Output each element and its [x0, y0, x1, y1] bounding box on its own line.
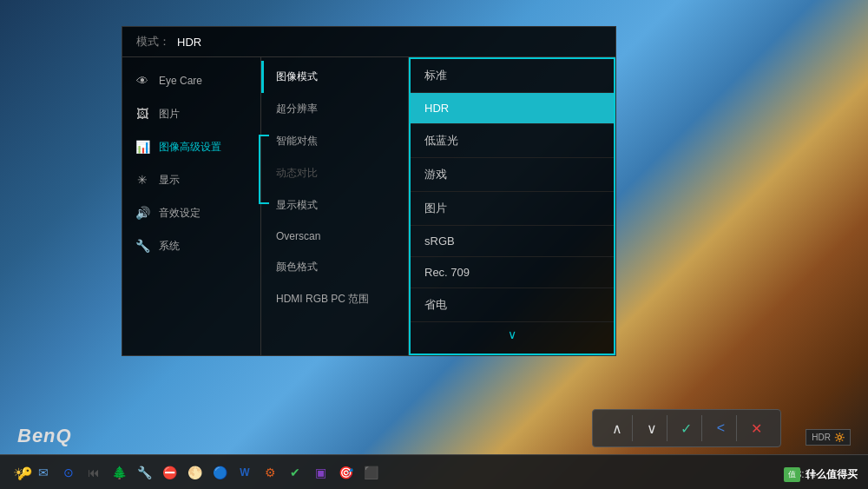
mode-label: 模式： — [136, 34, 170, 50]
key-icon: 🔑 — [17, 466, 32, 480]
system-icon: 🔧 — [133, 238, 152, 254]
dropdown-label-game: 游戏 — [424, 168, 447, 181]
taskbar-icon-monitor[interactable]: 🎯 — [334, 461, 357, 484]
dropdown-label-picture: 图片 — [424, 202, 447, 215]
ctrl-back-button[interactable]: < — [706, 415, 737, 441]
middle-label-hdmi-rgb: HDMI RGB PC 范围 — [276, 293, 369, 305]
sidebar-label-system: 系统 — [159, 239, 180, 254]
ctrl-up-button[interactable]: ∧ — [602, 415, 633, 441]
eye-care-icon: 👁 — [133, 73, 152, 89]
watermark: 值 什么值得买 — [784, 467, 858, 482]
sidebar-item-advanced[interactable]: 📊 图像高级设置 — [122, 130, 260, 163]
middle-label-display-mode: 显示模式 — [276, 199, 318, 211]
middle-item-display-mode[interactable]: 显示模式 — [261, 189, 408, 221]
ctrl-down-button[interactable]: ∨ — [636, 415, 667, 441]
middle-item-dynamic-contrast: 动态对比 — [261, 157, 408, 189]
sidebar-label-eye-care: Eye Care — [159, 75, 202, 87]
middle-item-smart-contrast[interactable]: 智能对焦 — [261, 125, 408, 157]
taskbar-icon-stop[interactable]: ⛔ — [158, 461, 181, 484]
taskbar-icon-mail[interactable]: ✉ — [32, 461, 55, 484]
middle-item-overscan[interactable]: Overscan — [261, 221, 408, 251]
taskbar-icon-blue-circle[interactable]: ⊙ — [57, 461, 80, 484]
sidebar-label-advanced: 图像高级设置 — [159, 140, 221, 155]
osd-body: 👁 Eye Care 🖼 图片 📊 图像高级设置 ✳ 显示 🔊 音效设定 🔧 — [122, 57, 615, 355]
osd-controls: ∧ ∨ ✓ < ✕ — [592, 409, 781, 447]
sidebar-item-audio[interactable]: 🔊 音效设定 — [122, 196, 260, 229]
taskbar-icon-yellow[interactable]: 🌕 — [183, 461, 206, 484]
dropdown-item-low-blue[interactable]: 低蓝光 — [411, 124, 614, 158]
middle-item-color-format[interactable]: 颜色格式 — [261, 251, 408, 283]
dropdown-label-srgb: sRGB — [424, 235, 455, 248]
dropdown-label-rec709: Rec. 709 — [424, 266, 470, 279]
dropdown-item-rec709[interactable]: Rec. 709 — [411, 257, 614, 288]
audio-icon: 🔊 — [133, 205, 152, 221]
middle-label-overscan: Overscan — [276, 230, 320, 242]
sidebar-label-audio: 音效设定 — [159, 206, 201, 221]
middle-item-super-res[interactable]: 超分辨率 — [261, 93, 408, 125]
mode-value: HDR — [177, 36, 201, 49]
taskbar-icon-tree[interactable]: 🌲 — [108, 461, 130, 484]
bracket-indicator — [259, 135, 269, 204]
osd-title-bar: 模式： HDR — [122, 27, 615, 57]
taskbar-icon-wrench[interactable]: 🔧 — [133, 461, 155, 484]
taskbar-icon-purple[interactable]: ▣ — [309, 461, 332, 484]
taskbar-icon-word[interactable]: W — [233, 461, 256, 484]
sidebar-label-picture: 图片 — [159, 107, 180, 122]
sidebar-item-system[interactable]: 🔧 系统 — [122, 229, 260, 262]
osd-menu: 模式： HDR 👁 Eye Care 🖼 图片 📊 图像高级设置 ✳ 显示 — [122, 26, 616, 356]
taskbar-icon-orange[interactable]: ⚙ — [259, 461, 281, 484]
dropdown-more-indicator[interactable]: ∨ — [411, 322, 614, 347]
dropdown-item-game[interactable]: 游戏 — [411, 158, 614, 192]
sidebar-item-eye-care[interactable]: 👁 Eye Care — [122, 64, 260, 97]
hdr-badge-label: HDR — [812, 433, 831, 442]
sidebar-item-display[interactable]: ✳ 显示 — [122, 163, 260, 196]
middle-item-picture-mode[interactable]: 图像模式 — [261, 61, 408, 93]
taskbar-icons: ☀ ✉ ⊙ ⏮ 🌲 🔧 ⛔ 🌕 🔵 W ⚙ ✔ ▣ 🎯 ⬛ — [7, 461, 861, 484]
taskbar-icon-teal[interactable]: 🔵 — [208, 461, 231, 484]
display-icon: ✳ — [133, 172, 152, 188]
middle-label-color-format: 颜色格式 — [276, 261, 318, 273]
sidebar-item-picture[interactable]: 🖼 图片 — [122, 97, 260, 130]
taskbar: ☀ ✉ ⊙ ⏮ 🌲 🔧 ⛔ 🌕 🔵 W ⚙ ✔ ▣ 🎯 ⬛ — [0, 454, 868, 489]
advanced-icon: 📊 — [133, 139, 152, 155]
ctrl-close-button[interactable]: ✕ — [740, 415, 772, 441]
dropdown-label-standard: 标准 — [424, 69, 447, 82]
dropdown-item-srgb[interactable]: sRGB — [411, 226, 614, 257]
dropdown-item-picture[interactable]: 图片 — [411, 192, 614, 226]
middle-label-smart-contrast: 智能对焦 — [276, 135, 318, 147]
middle-menu: 图像模式 超分辨率 智能对焦 动态对比 显示模式 Overscan 颜色格式 H… — [261, 57, 409, 355]
dropdown-label-hdr: HDR — [424, 102, 449, 115]
middle-item-hdmi-rgb[interactable]: HDMI RGB PC 范围 — [261, 283, 408, 315]
taskbar-icon-gray[interactable]: ⬛ — [359, 461, 382, 484]
ctrl-confirm-button[interactable]: ✓ — [671, 415, 702, 441]
dropdown-label-eco: 省电 — [424, 298, 447, 311]
dropdown-item-standard[interactable]: 标准 — [411, 59, 614, 93]
sidebar-label-display: 显示 — [159, 173, 180, 188]
middle-label-super-res: 超分辨率 — [276, 102, 318, 115]
dropdown-item-hdr[interactable]: HDR — [411, 93, 614, 124]
watermark-text: 什么值得买 — [806, 467, 858, 482]
hdr-badge-icon: 🔆 — [834, 433, 845, 442]
dropdown-label-low-blue: 低蓝光 — [424, 134, 458, 147]
benq-logo: BenQ — [17, 425, 72, 447]
hdr-badge: HDR 🔆 — [806, 429, 851, 446]
picture-icon: 🖼 — [133, 106, 152, 122]
taskbar-icon-media[interactable]: ⏮ — [82, 461, 105, 484]
dropdown-item-eco[interactable]: 省电 — [411, 288, 614, 322]
watermark-badge: 值 — [784, 467, 800, 482]
sidebar: 👁 Eye Care 🖼 图片 📊 图像高级设置 ✳ 显示 🔊 音效设定 🔧 — [122, 57, 261, 355]
taskbar-icon-check[interactable]: ✔ — [284, 461, 306, 484]
middle-label-dynamic-contrast: 动态对比 — [276, 167, 318, 179]
middle-label-picture-mode: 图像模式 — [276, 70, 318, 83]
right-dropdown: 标准 HDR 低蓝光 游戏 图片 sRGB Rec. 709 省电 — [409, 57, 615, 355]
